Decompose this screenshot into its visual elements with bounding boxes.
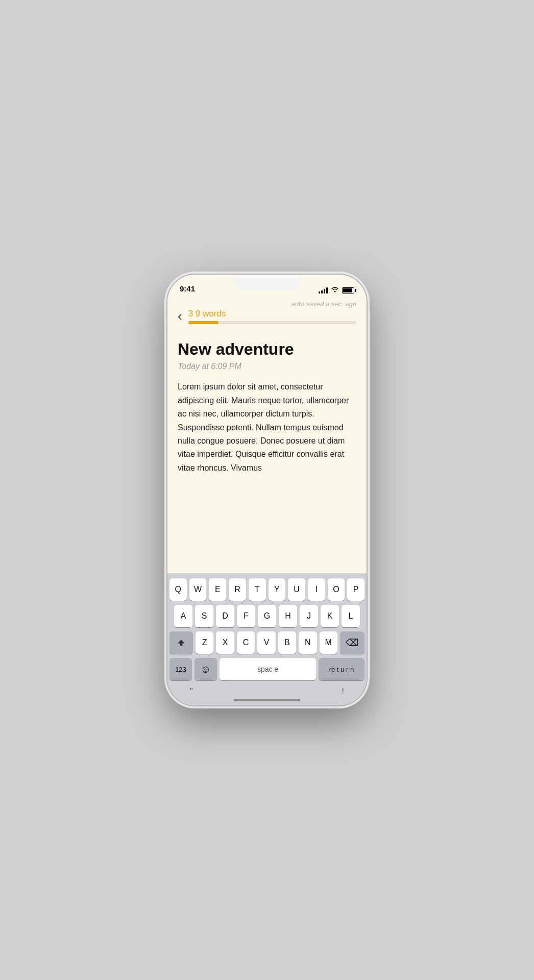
key-k[interactable]: K	[321, 605, 339, 627]
back-button[interactable]: ‹	[178, 309, 182, 323]
key-x[interactable]: X	[216, 631, 234, 654]
word-count: 3 9 words	[188, 309, 356, 319]
wifi-icon	[331, 286, 339, 294]
progress-bar-fill	[188, 321, 219, 324]
keyboard-bottom-bar: " !	[169, 684, 365, 699]
header: auto saved a sec. ago ‹ 3 9 words	[167, 297, 367, 329]
num-key[interactable]: 123	[169, 658, 192, 680]
key-p[interactable]: P	[347, 578, 365, 601]
key-y[interactable]: Y	[269, 578, 286, 601]
keyboard-row-2: A S D F G H J K L	[169, 605, 365, 627]
battery-icon	[342, 287, 354, 293]
key-r[interactable]: R	[229, 578, 246, 601]
status-time: 9:41	[180, 284, 195, 294]
key-n[interactable]: N	[299, 631, 317, 654]
key-e[interactable]: E	[209, 578, 226, 601]
key-v[interactable]: V	[257, 631, 275, 654]
auto-save-label: auto saved a sec. ago	[292, 300, 356, 308]
signal-icon	[319, 287, 328, 293]
app-content: auto saved a sec. ago ‹ 3 9 words New ad…	[167, 297, 367, 573]
keyboard-row-1: Q W E R T Y U I O P	[169, 578, 365, 601]
key-w[interactable]: W	[189, 578, 207, 601]
notch	[234, 275, 300, 290]
nav-row: ‹ 3 9 words	[178, 309, 356, 324]
key-c[interactable]: C	[237, 631, 255, 654]
key-q[interactable]: Q	[169, 578, 187, 601]
key-s[interactable]: S	[195, 605, 213, 627]
key-g[interactable]: G	[258, 605, 276, 627]
key-d[interactable]: D	[216, 605, 234, 627]
key-h[interactable]: H	[279, 605, 297, 627]
shift-key[interactable]	[169, 631, 193, 654]
word-count-section: 3 9 words	[188, 309, 356, 324]
key-a[interactable]: A	[174, 605, 192, 627]
home-indicator	[234, 699, 300, 701]
return-key[interactable]: re t u r n	[319, 658, 365, 680]
bottom-char-right: !	[342, 687, 344, 696]
key-m[interactable]: M	[320, 631, 337, 654]
key-b[interactable]: B	[278, 631, 296, 654]
key-j[interactable]: J	[300, 605, 318, 627]
delete-key[interactable]: ⌫	[340, 631, 365, 654]
key-f[interactable]: F	[237, 605, 255, 627]
keyboard-row-4: 123 ☺ spac e re t u r n	[169, 658, 365, 680]
auto-save-row: auto saved a sec. ago	[178, 300, 356, 308]
progress-bar-background	[188, 321, 356, 324]
key-z[interactable]: Z	[196, 631, 213, 654]
phone-frame: 9:41 auto saved a sec. ago	[167, 275, 367, 705]
key-o[interactable]: O	[328, 578, 345, 601]
keyboard-row-3: Z X C V B N M ⌫	[169, 631, 365, 654]
key-l[interactable]: L	[342, 605, 360, 627]
key-u[interactable]: U	[288, 578, 305, 601]
key-t[interactable]: T	[249, 578, 266, 601]
bottom-char-left: "	[190, 687, 193, 696]
journal-body[interactable]: Lorem ipsum dolor sit amet, consectetur …	[178, 380, 356, 475]
journal-date: Today at 6:09 PM	[178, 362, 356, 371]
keyboard: Q W E R T Y U I O P A S D F G H J K L	[167, 573, 367, 705]
space-key[interactable]: spac e	[220, 658, 316, 680]
emoji-key[interactable]: ☺	[195, 658, 217, 680]
status-icons	[319, 286, 354, 294]
key-i[interactable]: I	[308, 578, 325, 601]
journal-content[interactable]: New adventure Today at 6:09 PM Lorem ips…	[167, 329, 367, 573]
journal-title: New adventure	[178, 339, 356, 359]
